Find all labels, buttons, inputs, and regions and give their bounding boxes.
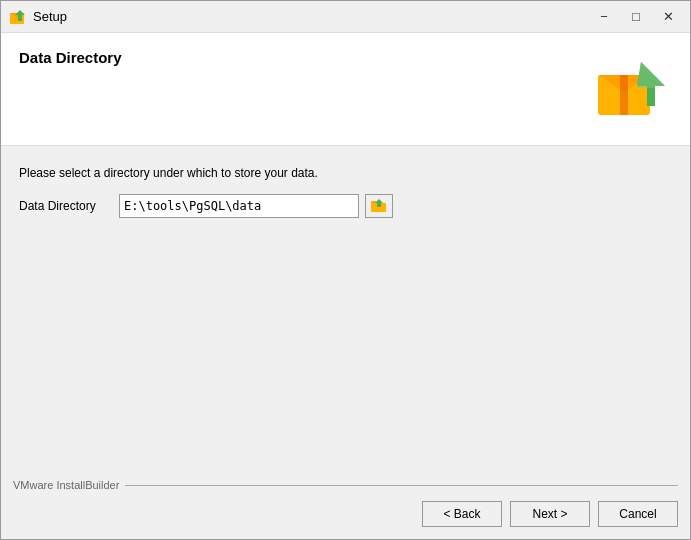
svg-marker-7 (637, 62, 665, 88)
window-controls: − □ ✕ (590, 6, 682, 28)
header-icon-area (592, 49, 672, 129)
window-title: Setup (33, 9, 590, 24)
data-directory-input[interactable] (119, 194, 359, 218)
minimize-button[interactable]: − (590, 6, 618, 28)
main-section: Please select a directory under which to… (1, 146, 690, 471)
content-area: Data Directory Pleas (1, 33, 690, 471)
maximize-button[interactable]: □ (622, 6, 650, 28)
vmware-label: VMware InstallBuilder (13, 479, 125, 491)
title-bar: Setup − □ ✕ (1, 1, 690, 33)
cancel-button[interactable]: Cancel (598, 501, 678, 527)
form-label: Data Directory (19, 199, 109, 213)
footer-buttons: < Back Next > Cancel (13, 501, 678, 527)
next-button[interactable]: Next > (510, 501, 590, 527)
footer-separator (125, 485, 678, 486)
footer-line: VMware InstallBuilder (13, 479, 678, 491)
description-text: Please select a directory under which to… (19, 166, 672, 180)
footer: VMware InstallBuilder < Back Next > Canc… (1, 471, 690, 539)
header-left: Data Directory (19, 49, 592, 66)
svg-rect-5 (620, 75, 628, 115)
installer-icon (593, 50, 671, 128)
close-button[interactable]: ✕ (654, 6, 682, 28)
browse-icon (370, 198, 388, 214)
app-icon (9, 8, 27, 26)
setup-window: Setup − □ ✕ Data Directory (0, 0, 691, 540)
browse-button[interactable] (365, 194, 393, 218)
form-row: Data Directory (19, 194, 672, 218)
back-button[interactable]: < Back (422, 501, 502, 527)
page-title: Data Directory (19, 49, 592, 66)
header-section: Data Directory (1, 33, 690, 146)
